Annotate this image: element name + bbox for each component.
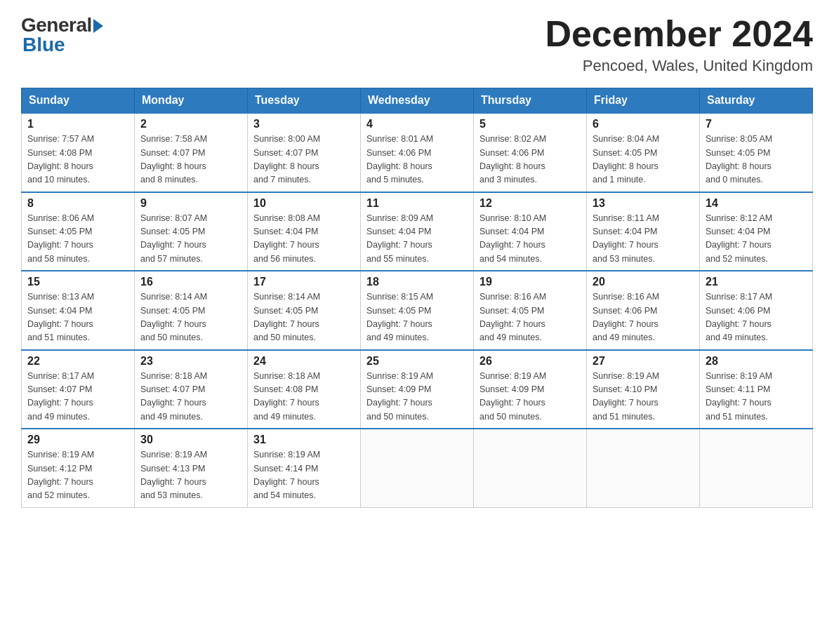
day-info: Sunrise: 8:12 AM Sunset: 4:04 PM Dayligh… [706, 212, 807, 267]
day-info: Sunrise: 8:00 AM Sunset: 4:07 PM Dayligh… [253, 133, 355, 187]
day-number: 21 [706, 276, 807, 288]
calendar-cell: 19Sunrise: 8:16 AM Sunset: 4:05 PM Dayli… [474, 271, 587, 350]
day-info: Sunrise: 8:06 AM Sunset: 4:05 PM Dayligh… [27, 212, 128, 267]
calendar-cell: 4Sunrise: 8:01 AM Sunset: 4:06 PM Daylig… [361, 113, 474, 192]
day-number: 22 [27, 355, 128, 368]
header-day-friday: Friday [587, 88, 700, 114]
calendar-week-1: 1Sunrise: 7:57 AM Sunset: 4:08 PM Daylig… [22, 113, 813, 192]
day-number: 19 [479, 276, 581, 288]
calendar-cell: 9Sunrise: 8:07 AM Sunset: 4:05 PM Daylig… [135, 192, 248, 271]
day-info: Sunrise: 8:08 AM Sunset: 4:04 PM Dayligh… [253, 212, 355, 267]
day-info: Sunrise: 8:19 AM Sunset: 4:11 PM Dayligh… [706, 370, 807, 424]
day-number: 13 [593, 197, 694, 210]
calendar-cell: 30Sunrise: 8:19 AM Sunset: 4:13 PM Dayli… [135, 429, 248, 507]
day-info: Sunrise: 8:17 AM Sunset: 4:07 PM Dayligh… [27, 370, 128, 424]
day-info: Sunrise: 8:19 AM Sunset: 4:09 PM Dayligh… [479, 370, 581, 424]
logo: General Blue [21, 14, 103, 56]
day-number: 4 [366, 118, 468, 130]
day-number: 11 [366, 197, 468, 210]
day-number: 3 [253, 118, 355, 130]
calendar-cell: 28Sunrise: 8:19 AM Sunset: 4:11 PM Dayli… [700, 350, 813, 429]
day-info: Sunrise: 8:19 AM Sunset: 4:10 PM Dayligh… [593, 370, 694, 424]
calendar-cell: 26Sunrise: 8:19 AM Sunset: 4:09 PM Dayli… [474, 350, 587, 429]
header-row: SundayMondayTuesdayWednesdayThursdayFrid… [22, 88, 813, 114]
calendar-cell [587, 429, 700, 507]
calendar-subtitle: Pencoed, Wales, United Kingdom [545, 57, 813, 75]
logo-blue-text: Blue [22, 34, 65, 56]
day-number: 15 [27, 276, 128, 288]
calendar-cell [474, 429, 587, 507]
calendar-cell: 20Sunrise: 8:16 AM Sunset: 4:06 PM Dayli… [587, 271, 700, 350]
day-number: 16 [140, 276, 241, 288]
calendar-cell: 16Sunrise: 8:14 AM Sunset: 4:05 PM Dayli… [135, 271, 248, 350]
header-day-monday: Monday [135, 88, 248, 114]
day-info: Sunrise: 8:19 AM Sunset: 4:13 PM Dayligh… [140, 448, 241, 503]
calendar-week-2: 8Sunrise: 8:06 AM Sunset: 4:05 PM Daylig… [22, 192, 813, 271]
day-info: Sunrise: 8:15 AM Sunset: 4:05 PM Dayligh… [366, 290, 468, 345]
calendar-cell: 25Sunrise: 8:19 AM Sunset: 4:09 PM Dayli… [361, 350, 474, 429]
calendar-week-3: 15Sunrise: 8:13 AM Sunset: 4:04 PM Dayli… [22, 271, 813, 350]
day-info: Sunrise: 8:19 AM Sunset: 4:09 PM Dayligh… [366, 370, 468, 424]
calendar-cell: 8Sunrise: 8:06 AM Sunset: 4:05 PM Daylig… [22, 192, 135, 271]
calendar-week-5: 29Sunrise: 8:19 AM Sunset: 4:12 PM Dayli… [22, 429, 813, 507]
day-info: Sunrise: 8:14 AM Sunset: 4:05 PM Dayligh… [253, 290, 355, 345]
day-number: 31 [253, 434, 355, 446]
day-info: Sunrise: 8:13 AM Sunset: 4:04 PM Dayligh… [27, 290, 128, 345]
calendar-title: December 2024 [545, 14, 813, 54]
calendar-cell: 21Sunrise: 8:17 AM Sunset: 4:06 PM Dayli… [700, 271, 813, 350]
day-number: 23 [140, 355, 241, 368]
day-info: Sunrise: 8:07 AM Sunset: 4:05 PM Dayligh… [140, 212, 241, 267]
calendar-cell: 5Sunrise: 8:02 AM Sunset: 4:06 PM Daylig… [474, 113, 587, 192]
logo-arrow-icon [93, 19, 103, 33]
calendar-cell: 31Sunrise: 8:19 AM Sunset: 4:14 PM Dayli… [248, 429, 361, 507]
day-number: 28 [706, 355, 807, 368]
day-info: Sunrise: 8:14 AM Sunset: 4:05 PM Dayligh… [140, 290, 241, 345]
calendar-cell: 29Sunrise: 8:19 AM Sunset: 4:12 PM Dayli… [22, 429, 135, 507]
calendar-cell: 17Sunrise: 8:14 AM Sunset: 4:05 PM Dayli… [248, 271, 361, 350]
day-number: 20 [593, 276, 694, 288]
day-number: 2 [140, 118, 241, 130]
day-number: 5 [479, 118, 581, 130]
header-day-wednesday: Wednesday [361, 88, 474, 114]
day-number: 9 [140, 197, 241, 210]
day-number: 27 [593, 355, 694, 368]
header-day-tuesday: Tuesday [248, 88, 361, 114]
day-info: Sunrise: 8:17 AM Sunset: 4:06 PM Dayligh… [706, 290, 807, 345]
day-number: 6 [593, 118, 694, 130]
calendar-cell: 6Sunrise: 8:04 AM Sunset: 4:05 PM Daylig… [587, 113, 700, 192]
calendar-cell: 1Sunrise: 7:57 AM Sunset: 4:08 PM Daylig… [22, 113, 135, 192]
calendar-cell: 13Sunrise: 8:11 AM Sunset: 4:04 PM Dayli… [587, 192, 700, 271]
day-info: Sunrise: 8:01 AM Sunset: 4:06 PM Dayligh… [366, 133, 468, 187]
calendar-title-block: December 2024 Pencoed, Wales, United Kin… [545, 14, 813, 75]
calendar-cell: 22Sunrise: 8:17 AM Sunset: 4:07 PM Dayli… [22, 350, 135, 429]
calendar-cell: 24Sunrise: 8:18 AM Sunset: 4:08 PM Dayli… [248, 350, 361, 429]
day-number: 12 [479, 197, 581, 210]
day-info: Sunrise: 8:16 AM Sunset: 4:06 PM Dayligh… [593, 290, 694, 345]
day-number: 7 [706, 118, 807, 130]
calendar-week-4: 22Sunrise: 8:17 AM Sunset: 4:07 PM Dayli… [22, 350, 813, 429]
calendar-cell: 18Sunrise: 8:15 AM Sunset: 4:05 PM Dayli… [361, 271, 474, 350]
calendar-cell [361, 429, 474, 507]
calendar-header: SundayMondayTuesdayWednesdayThursdayFrid… [22, 88, 813, 114]
calendar-cell: 3Sunrise: 8:00 AM Sunset: 4:07 PM Daylig… [248, 113, 361, 192]
calendar-cell: 2Sunrise: 7:58 AM Sunset: 4:07 PM Daylig… [135, 113, 248, 192]
header-day-sunday: Sunday [22, 88, 135, 114]
day-info: Sunrise: 8:19 AM Sunset: 4:12 PM Dayligh… [27, 448, 128, 503]
calendar-cell: 14Sunrise: 8:12 AM Sunset: 4:04 PM Dayli… [700, 192, 813, 271]
day-number: 30 [140, 434, 241, 446]
day-number: 29 [27, 434, 128, 446]
calendar-cell [700, 429, 813, 507]
day-info: Sunrise: 8:02 AM Sunset: 4:06 PM Dayligh… [479, 133, 581, 187]
calendar-body: 1Sunrise: 7:57 AM Sunset: 4:08 PM Daylig… [22, 113, 813, 507]
calendar-cell: 10Sunrise: 8:08 AM Sunset: 4:04 PM Dayli… [248, 192, 361, 271]
day-info: Sunrise: 8:19 AM Sunset: 4:14 PM Dayligh… [253, 448, 355, 503]
day-info: Sunrise: 8:16 AM Sunset: 4:05 PM Dayligh… [479, 290, 581, 345]
day-number: 10 [253, 197, 355, 210]
header-day-saturday: Saturday [700, 88, 813, 114]
day-info: Sunrise: 8:11 AM Sunset: 4:04 PM Dayligh… [593, 212, 694, 267]
day-number: 14 [706, 197, 807, 210]
day-info: Sunrise: 7:57 AM Sunset: 4:08 PM Dayligh… [27, 133, 128, 187]
day-number: 1 [27, 118, 128, 130]
day-info: Sunrise: 8:10 AM Sunset: 4:04 PM Dayligh… [479, 212, 581, 267]
calendar-cell: 7Sunrise: 8:05 AM Sunset: 4:05 PM Daylig… [700, 113, 813, 192]
